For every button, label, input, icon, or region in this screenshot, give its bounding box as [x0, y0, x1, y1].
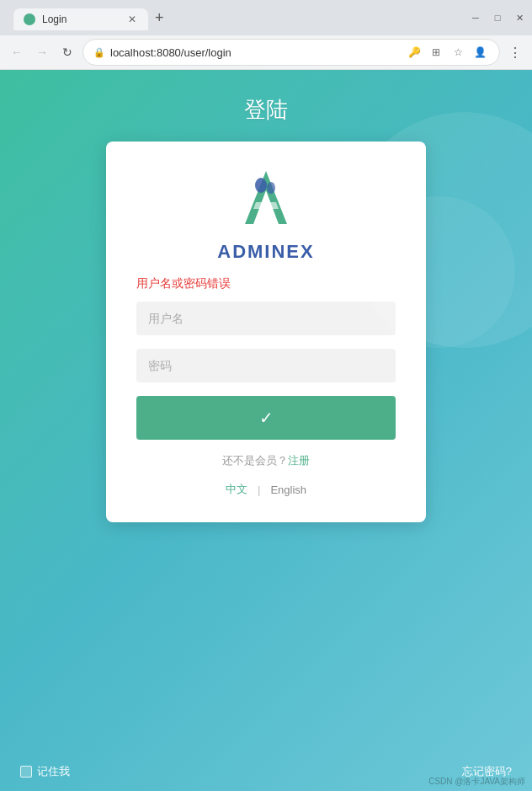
page-content: 登陆 ADMINEX 用户名或密码错误 ✓: [0, 70, 532, 791]
url-bar[interactable]: 🔒 localhost:8080/user/login 🔑 ⊞ ☆ 👤: [82, 39, 500, 66]
browser-chrome: Login ✕ + ─ □ ✕ ← → ↻ 🔒 localhost:8080/u…: [0, 0, 532, 70]
password-input[interactable]: [136, 349, 396, 382]
tab-favicon: [24, 13, 35, 25]
translate-icon[interactable]: ⊞: [427, 43, 445, 61]
window-close-button[interactable]: ✕: [513, 12, 525, 24]
page-title: 登陆: [244, 95, 288, 125]
profile-icon[interactable]: 👤: [471, 43, 489, 61]
register-prefix: 还不是会员？: [222, 454, 288, 467]
window-controls: ─ □ ✕: [470, 12, 525, 24]
key-icon[interactable]: 🔑: [405, 43, 423, 61]
forward-button[interactable]: →: [32, 42, 52, 62]
svg-point-0: [25, 15, 34, 24]
active-tab[interactable]: Login ✕: [13, 8, 148, 30]
reload-button[interactable]: ↻: [57, 42, 77, 62]
logo-text-accent: X: [301, 241, 315, 262]
url-actions: 🔑 ⊞ ☆ 👤: [405, 43, 489, 61]
logo-text-main: ADMINE: [217, 241, 301, 262]
svg-marker-2: [253, 202, 279, 209]
browser-menu-button[interactable]: ⋮: [505, 42, 525, 62]
tab-bar: Login ✕ +: [7, 5, 463, 30]
submit-button[interactable]: ✓: [136, 396, 396, 440]
title-bar: Login ✕ + ─ □ ✕: [0, 0, 532, 35]
username-input[interactable]: [136, 302, 396, 335]
new-tab-button[interactable]: +: [148, 5, 171, 30]
logo-icon: [232, 167, 300, 234]
back-button[interactable]: ←: [7, 42, 27, 62]
remember-me-text: 记住我: [37, 764, 70, 779]
svg-point-4: [267, 182, 275, 194]
svg-marker-1: [245, 171, 287, 224]
tab-title: Login: [42, 13, 66, 25]
register-section: 还不是会员？注册: [222, 453, 310, 468]
url-text: localhost:8080/user/login: [110, 46, 400, 59]
lang-english[interactable]: English: [270, 484, 306, 496]
submit-icon: ✓: [259, 408, 274, 428]
remember-me-checkbox[interactable]: [20, 766, 32, 778]
attribution: CSDN @洛卡JAVA架构师: [428, 776, 525, 788]
address-bar: ← → ↻ 🔒 localhost:8080/user/login 🔑 ⊞ ☆ …: [0, 35, 532, 69]
minimize-button[interactable]: ─: [470, 12, 481, 24]
register-link[interactable]: 注册: [288, 454, 310, 467]
lang-chinese[interactable]: 中文: [226, 482, 247, 497]
login-card: ADMINEX 用户名或密码错误 ✓ 还不是会员？注册 中文 | English: [106, 142, 426, 522]
error-message: 用户名或密码错误: [136, 276, 231, 291]
svg-point-3: [255, 178, 267, 193]
logo-container: ADMINEX: [217, 167, 314, 263]
logo-text: ADMINEX: [217, 241, 314, 263]
tab-close-button[interactable]: ✕: [126, 13, 138, 25]
star-icon[interactable]: ☆: [449, 43, 467, 61]
remember-me-label[interactable]: 记住我: [20, 764, 70, 779]
lock-icon: 🔒: [93, 47, 105, 58]
maximize-button[interactable]: □: [492, 12, 503, 24]
language-switcher: 中文 | English: [226, 482, 306, 497]
lang-separator: |: [258, 484, 260, 496]
